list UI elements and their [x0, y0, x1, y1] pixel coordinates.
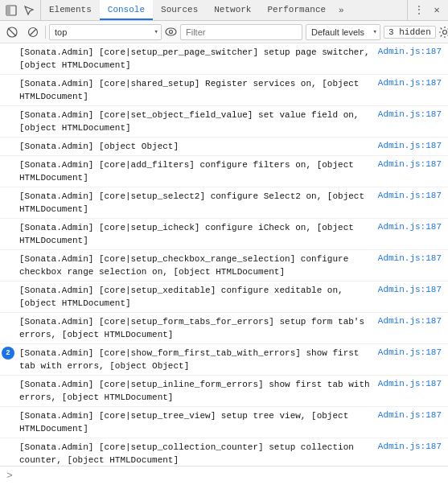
close-devtools-button[interactable]: ✕ [429, 2, 445, 18]
log-message: [Sonata.Admin] [core|setup_form_tabs_for… [18, 314, 375, 342]
log-message: [Sonata.Admin] [core|show_form_first_tab… [18, 346, 375, 373]
tab-bar: Elements Console Sources Network Perform… [0, 0, 448, 21]
svg-point-8 [442, 30, 446, 34]
log-message: [Sonata.Admin] [core|setup_per_page_swit… [18, 45, 375, 72]
log-entry[interactable]: [Sonata.Admin] [core|shared_setup] Regis… [0, 75, 448, 106]
console-toolbar: top ▾ Default levels ▾ 3 hidden [0, 21, 448, 43]
log-message: [Sonata.Admin] [core|setup_xeditable] co… [18, 283, 375, 310]
context-select-wrapper: top ▾ [49, 24, 162, 40]
repeat-badge: 2 [2, 347, 14, 360]
tab-sources[interactable]: Sources [153, 0, 206, 20]
tab-actions: ⋮ ✕ [407, 0, 448, 20]
log-source-link[interactable]: Admin.js:187 [375, 284, 448, 295]
svg-point-7 [170, 31, 173, 34]
log-message: [Sonata.Admin] [core|setup_icheck] confi… [18, 220, 375, 248]
log-entry[interactable]: [Sonata.Admin] [core|setup_checkbox_rang… [0, 250, 448, 282]
log-message: [Sonata.Admin] [core|setup_select2] conf… [18, 189, 375, 216]
log-source-link[interactable]: Admin.js:187 [375, 221, 448, 232]
log-message: [Sonata.Admin] [core|setup_tree_view] se… [18, 409, 375, 436]
log-source-link[interactable]: Admin.js:187 [375, 158, 448, 170]
log-source-link[interactable]: Admin.js:187 [375, 253, 448, 264]
log-entry[interactable]: [Sonata.Admin] [core|setup_xeditable] co… [0, 282, 448, 313]
log-area[interactable]: [Sonata.Admin] [core|setup_per_page_swit… [0, 43, 448, 466]
eye-button[interactable] [165, 23, 177, 41]
clear-console-button[interactable] [3, 23, 21, 41]
devtools-toggle-button[interactable] [3, 2, 19, 18]
log-entry[interactable]: [Sonata.Admin] [core|set_object_field_va… [0, 106, 448, 138]
log-source-link[interactable]: Admin.js:187 [375, 77, 448, 88]
log-message: [Sonata.Admin] [core|setup_checkbox_rang… [18, 252, 375, 279]
log-message: [Sonata.Admin] [core|setup_inline_form_e… [18, 377, 375, 405]
inspect-element-button[interactable] [21, 2, 37, 18]
log-entry[interactable]: [Sonata.Admin] [core|setup_tree_view] se… [0, 407, 448, 438]
prompt-input[interactable] [18, 471, 442, 481]
prompt-arrow-icon: > [6, 470, 13, 482]
block-button[interactable] [24, 23, 42, 41]
log-source-link[interactable]: Admin.js:187 [375, 190, 448, 201]
console-prompt: > [0, 466, 448, 485]
tab-console[interactable]: Console [100, 0, 153, 20]
log-source-link[interactable]: Admin.js:187 [375, 315, 448, 327]
log-entry[interactable]: [Sonata.Admin] [core|setup_form_tabs_for… [0, 313, 448, 344]
level-select-wrapper: Default levels ▾ [306, 24, 380, 40]
filter-input[interactable] [180, 24, 302, 40]
tab-elements[interactable]: Elements [41, 0, 100, 20]
more-tabs-button[interactable]: » [334, 0, 349, 20]
log-entry[interactable]: [Sonata.Admin] [core|add_filters] config… [0, 156, 448, 187]
log-message: [Sonata.Admin] [object Object] [18, 139, 375, 154]
svg-line-5 [30, 29, 36, 35]
log-source-link[interactable]: Admin.js:187 [375, 140, 448, 151]
svg-point-6 [166, 28, 176, 35]
log-source-link[interactable]: Admin.js:187 [375, 46, 448, 57]
hidden-count-badge[interactable]: 3 hidden [384, 26, 436, 39]
svg-line-3 [8, 28, 16, 36]
log-message: [Sonata.Admin] [core|shared_setup] Regis… [18, 76, 375, 104]
log-message: [Sonata.Admin] [core|set_object_field_va… [18, 108, 375, 135]
log-entry[interactable]: [Sonata.Admin] [core|setup_per_page_swit… [0, 43, 448, 75]
log-message: [Sonata.Admin] [core|setup_collection_co… [18, 440, 375, 466]
log-source-link[interactable]: Admin.js:187 [375, 109, 448, 120]
svg-rect-1 [6, 6, 10, 15]
toolbar-divider-1 [45, 26, 46, 39]
log-entry[interactable]: 2[Sonata.Admin] [core|show_form_first_ta… [0, 344, 448, 376]
log-entry[interactable]: [Sonata.Admin] [object Object]Admin.js:1… [0, 138, 448, 156]
devtools-left-icons [0, 0, 41, 20]
tab-network[interactable]: Network [206, 0, 259, 20]
log-entry[interactable]: [Sonata.Admin] [core|setup_icheck] confi… [0, 219, 448, 250]
log-entry[interactable]: [Sonata.Admin] [core|setup_select2] conf… [0, 187, 448, 219]
log-source-link[interactable]: Admin.js:187 [375, 378, 448, 389]
log-source-link[interactable]: Admin.js:187 [375, 441, 448, 452]
level-select[interactable]: Default levels [306, 24, 380, 40]
log-source-link[interactable]: Admin.js:187 [375, 409, 448, 421]
more-options-button[interactable]: ⋮ [411, 2, 427, 18]
log-message: [Sonata.Admin] [core|add_filters] config… [18, 158, 375, 185]
log-source-link[interactable]: Admin.js:187 [375, 347, 448, 358]
log-entry[interactable]: [Sonata.Admin] [core|setup_inline_form_e… [0, 376, 448, 407]
context-select[interactable]: top [49, 24, 162, 40]
log-entry[interactable]: [Sonata.Admin] [core|setup_collection_co… [0, 438, 448, 466]
tab-performance[interactable]: Performance [259, 0, 334, 20]
settings-button[interactable] [439, 24, 448, 40]
